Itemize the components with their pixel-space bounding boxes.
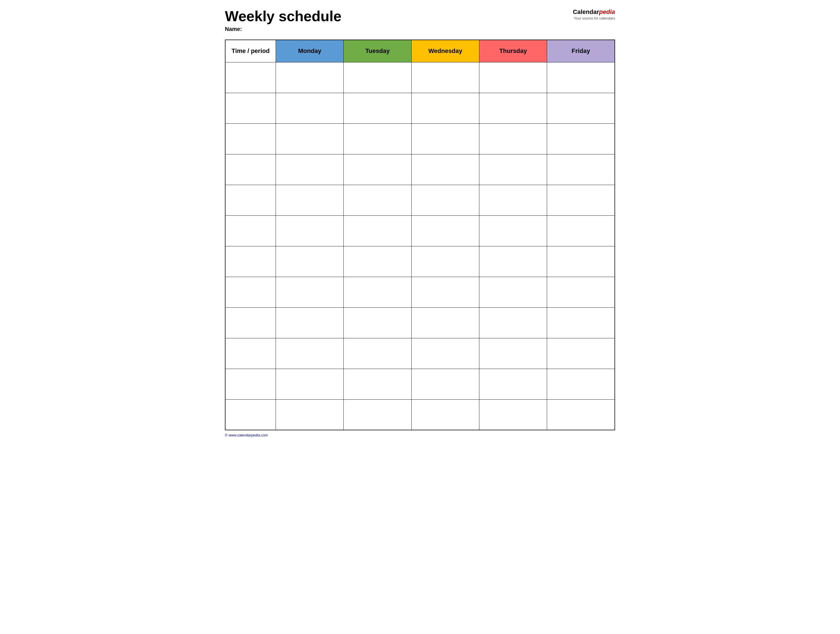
time-cell[interactable]	[225, 277, 276, 308]
schedule-cell[interactable]	[547, 246, 615, 277]
schedule-cell[interactable]	[547, 369, 615, 399]
time-cell[interactable]	[225, 369, 276, 399]
schedule-cell[interactable]	[276, 62, 344, 93]
table-row	[225, 338, 615, 369]
schedule-cell[interactable]	[344, 308, 411, 338]
table-header-row: Time / period Monday Tuesday Wednesday T…	[225, 40, 615, 62]
schedule-cell[interactable]	[344, 93, 411, 123]
schedule-cell[interactable]	[547, 308, 615, 338]
time-cell[interactable]	[225, 399, 276, 430]
schedule-cell[interactable]	[411, 369, 479, 399]
table-row	[225, 123, 615, 154]
schedule-cell[interactable]	[411, 277, 479, 308]
schedule-cell[interactable]	[344, 62, 411, 93]
schedule-cell[interactable]	[344, 123, 411, 154]
schedule-cell[interactable]	[479, 185, 547, 215]
schedule-cell[interactable]	[411, 399, 479, 430]
schedule-cell[interactable]	[547, 399, 615, 430]
schedule-cell[interactable]	[547, 215, 615, 246]
schedule-cell[interactable]	[411, 185, 479, 215]
schedule-cell[interactable]	[479, 369, 547, 399]
page-title: Weekly schedule	[225, 8, 573, 24]
time-cell[interactable]	[225, 93, 276, 123]
table-row	[225, 277, 615, 308]
schedule-cell[interactable]	[547, 185, 615, 215]
schedule-cell[interactable]	[479, 93, 547, 123]
schedule-cell[interactable]	[479, 277, 547, 308]
schedule-body	[225, 62, 615, 430]
header-friday: Friday	[547, 40, 615, 62]
schedule-cell[interactable]	[547, 62, 615, 93]
footer-area: © www.calendarpedia.com	[225, 433, 615, 437]
header-thursday: Thursday	[479, 40, 547, 62]
schedule-cell[interactable]	[276, 246, 344, 277]
table-row	[225, 93, 615, 123]
time-cell[interactable]	[225, 123, 276, 154]
schedule-cell[interactable]	[479, 246, 547, 277]
time-cell[interactable]	[225, 62, 276, 93]
header-area: Weekly schedule Name: Calendarpedia Your…	[225, 8, 615, 37]
schedule-cell[interactable]	[344, 399, 411, 430]
header-tuesday: Tuesday	[344, 40, 411, 62]
table-row	[225, 154, 615, 185]
schedule-cell[interactable]	[479, 154, 547, 185]
title-area: Weekly schedule Name:	[225, 8, 573, 37]
schedule-cell[interactable]	[479, 62, 547, 93]
schedule-cell[interactable]	[411, 62, 479, 93]
schedule-cell[interactable]	[411, 338, 479, 369]
time-cell[interactable]	[225, 154, 276, 185]
logo-area: Calendarpedia Your source for calendars	[573, 8, 615, 21]
schedule-cell[interactable]	[276, 215, 344, 246]
schedule-cell[interactable]	[479, 399, 547, 430]
schedule-cell[interactable]	[344, 154, 411, 185]
schedule-cell[interactable]	[276, 154, 344, 185]
time-cell[interactable]	[225, 215, 276, 246]
schedule-cell[interactable]	[276, 277, 344, 308]
schedule-cell[interactable]	[547, 338, 615, 369]
schedule-cell[interactable]	[479, 215, 547, 246]
schedule-cell[interactable]	[344, 246, 411, 277]
logo-calendar: Calendar	[573, 8, 599, 15]
schedule-cell[interactable]	[479, 123, 547, 154]
schedule-cell[interactable]	[276, 93, 344, 123]
schedule-cell[interactable]	[276, 185, 344, 215]
name-label: Name:	[225, 26, 573, 32]
schedule-cell[interactable]	[411, 154, 479, 185]
schedule-cell[interactable]	[547, 93, 615, 123]
schedule-cell[interactable]	[276, 399, 344, 430]
header-wednesday: Wednesday	[411, 40, 479, 62]
schedule-cell[interactable]	[344, 338, 411, 369]
schedule-cell[interactable]	[411, 93, 479, 123]
schedule-cell[interactable]	[344, 369, 411, 399]
schedule-cell[interactable]	[276, 123, 344, 154]
schedule-cell[interactable]	[411, 215, 479, 246]
schedule-cell[interactable]	[276, 338, 344, 369]
table-row	[225, 62, 615, 93]
page-container: Weekly schedule Name: Calendarpedia Your…	[225, 8, 615, 437]
logo-tagline: Your source for calendars	[573, 16, 615, 21]
header-monday: Monday	[276, 40, 344, 62]
schedule-cell[interactable]	[547, 123, 615, 154]
schedule-cell[interactable]	[547, 154, 615, 185]
table-row	[225, 369, 615, 399]
schedule-table: Time / period Monday Tuesday Wednesday T…	[225, 39, 615, 430]
schedule-cell[interactable]	[344, 215, 411, 246]
footer-copyright: © www.calendarpedia.com	[225, 433, 268, 437]
time-cell[interactable]	[225, 185, 276, 215]
schedule-cell[interactable]	[479, 308, 547, 338]
table-row	[225, 399, 615, 430]
schedule-cell[interactable]	[547, 277, 615, 308]
table-row	[225, 185, 615, 215]
schedule-cell[interactable]	[411, 246, 479, 277]
schedule-cell[interactable]	[411, 308, 479, 338]
table-row	[225, 308, 615, 338]
time-cell[interactable]	[225, 338, 276, 369]
schedule-cell[interactable]	[479, 338, 547, 369]
schedule-cell[interactable]	[344, 185, 411, 215]
schedule-cell[interactable]	[344, 277, 411, 308]
schedule-cell[interactable]	[411, 123, 479, 154]
schedule-cell[interactable]	[276, 308, 344, 338]
time-cell[interactable]	[225, 308, 276, 338]
time-cell[interactable]	[225, 246, 276, 277]
schedule-cell[interactable]	[276, 369, 344, 399]
